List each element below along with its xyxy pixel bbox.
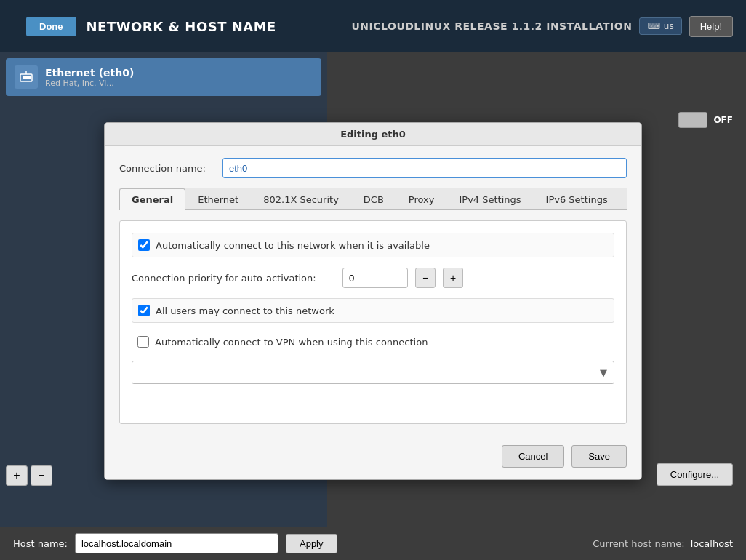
cancel-button[interactable]: Cancel	[502, 445, 564, 468]
apply-button[interactable]: Apply	[286, 534, 337, 553]
install-title: UNICLOUDLINUX RELEASE 1.1.2 INSTALLATION	[351, 20, 632, 32]
svg-rect-2	[25, 76, 28, 79]
done-button[interactable]: Done	[26, 17, 76, 36]
current-host-value: localhost	[691, 538, 733, 549]
auto-connect-checkbox[interactable]	[138, 239, 150, 251]
network-item-name: Ethernet (eth0)	[45, 67, 134, 79]
auto-connect-label: Automatically connect to this network wh…	[156, 240, 430, 251]
top-bar: Done NETWORK & HOST NAME UNICLOUDLINUX R…	[0, 0, 746, 52]
network-item-text: Ethernet (eth0) Red Hat, Inc. Vi...	[45, 67, 134, 88]
all-users-row: All users may connect to this network	[132, 298, 614, 323]
vpn-label: Automatically connect to VPN when using …	[155, 337, 428, 348]
priority-row: Connection priority for auto-activation:…	[132, 268, 614, 288]
lang-label: us	[664, 21, 674, 31]
network-item-subtitle: Red Hat, Inc. Vi...	[45, 79, 134, 88]
vpn-dropdown[interactable]	[132, 361, 614, 384]
host-name-label: Host name:	[13, 538, 68, 549]
tab-general[interactable]: General	[119, 188, 185, 210]
tab-ipv4-settings[interactable]: IPv4 Settings	[446, 188, 533, 210]
tab-content-general: Automatically connect to this network wh…	[119, 220, 627, 424]
connection-name-label: Connection name:	[119, 163, 214, 174]
page-title: NETWORK & HOST NAME	[87, 19, 276, 34]
priority-label: Connection priority for auto-activation:	[132, 273, 335, 284]
priority-decrease-button[interactable]: −	[415, 268, 436, 288]
priority-increase-button[interactable]: +	[443, 268, 463, 288]
help-button[interactable]: Help!	[689, 16, 733, 37]
network-item-ethernet[interactable]: Ethernet (eth0) Red Hat, Inc. Vi...	[6, 58, 321, 96]
tab-proxy[interactable]: Proxy	[396, 188, 447, 210]
auto-connect-row: Automatically connect to this network wh…	[132, 233, 614, 257]
current-host-area: Current host name: localhost	[593, 538, 733, 549]
top-bar-right: UNICLOUDLINUX RELEASE 1.1.2 INSTALLATION…	[351, 0, 733, 52]
dialog-overlay: Editing eth0 Connection name: General Et…	[0, 105, 746, 493]
tabs-bar: General Ethernet 802.1X Security DCB Pro…	[119, 188, 627, 210]
tab-ethernet[interactable]: Ethernet	[185, 188, 251, 210]
dialog-title: Editing eth0	[340, 129, 406, 140]
host-name-input[interactable]	[75, 533, 278, 553]
bottom-bar: Host name: Apply Current host name: loca…	[0, 527, 746, 560]
vpn-dropdown-wrapper: ▼	[132, 361, 614, 384]
vpn-checkbox[interactable]	[137, 336, 149, 348]
priority-input[interactable]	[342, 268, 408, 288]
connection-name-row: Connection name:	[119, 158, 627, 178]
dialog-footer: Cancel Save	[105, 436, 641, 479]
dialog-titlebar: Editing eth0	[105, 123, 641, 146]
all-users-label: All users may connect to this network	[156, 305, 334, 316]
edit-connection-dialog: Editing eth0 Connection name: General Et…	[104, 122, 642, 480]
dialog-body: Connection name: General Ethernet 802.1X…	[105, 146, 641, 436]
svg-rect-3	[28, 76, 31, 79]
svg-rect-1	[23, 76, 25, 79]
tab-8021x-security[interactable]: 802.1X Security	[251, 188, 351, 210]
current-host-label: Current host name:	[593, 538, 684, 549]
tab-ipv6-settings[interactable]: IPv6 Settings	[534, 188, 620, 210]
keyboard-icon: ⌨	[647, 21, 659, 31]
connection-name-input[interactable]	[222, 158, 627, 178]
save-button[interactable]: Save	[571, 445, 627, 468]
ethernet-icon	[15, 65, 38, 89]
tab-dcb[interactable]: DCB	[351, 188, 396, 210]
main-content: Ethernet (eth0) Red Hat, Inc. Vi... OFF …	[0, 52, 746, 527]
all-users-checkbox[interactable]	[138, 305, 150, 316]
language-button[interactable]: ⌨ us	[639, 17, 681, 35]
vpn-row: Automatically connect to VPN when using …	[132, 333, 614, 351]
